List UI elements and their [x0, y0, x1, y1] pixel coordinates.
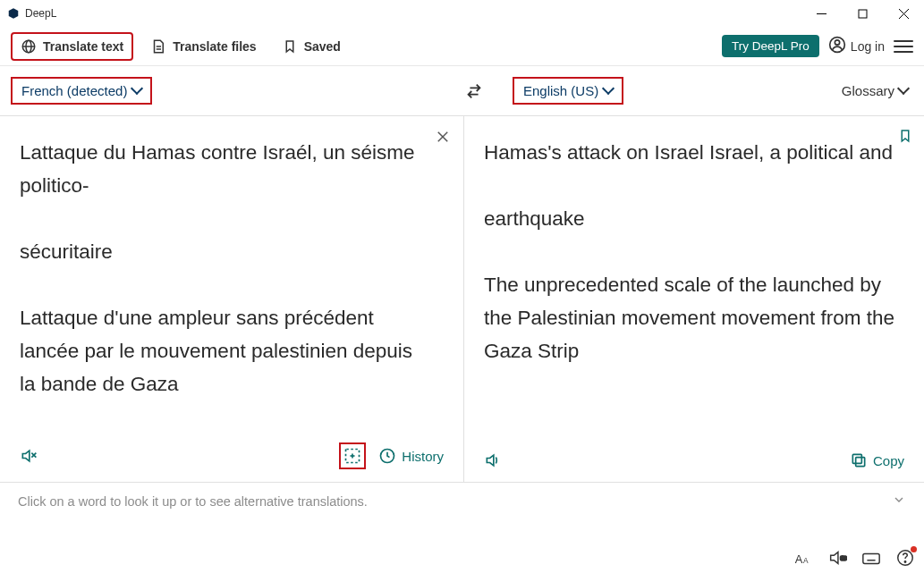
- hint-bar: Click on a word to look it up or to see …: [0, 482, 924, 519]
- svg-point-11: [835, 40, 839, 45]
- window-controls: [801, 0, 924, 27]
- file-icon: [150, 38, 166, 55]
- history-label: History: [402, 449, 444, 464]
- svg-text:A: A: [795, 552, 803, 566]
- globe-icon: [21, 38, 37, 55]
- translation-panels: Lattaque du Hamas contre Israél, un séis…: [0, 115, 924, 482]
- window-title: DeepL: [25, 7, 56, 20]
- tab-translate-files[interactable]: Translate files: [142, 34, 264, 59]
- svg-text:A: A: [803, 557, 809, 565]
- glossary-label: Glossary: [842, 83, 894, 98]
- chevron-down-icon: [132, 83, 141, 98]
- svg-rect-20: [856, 458, 865, 467]
- minimize-button[interactable]: [801, 0, 842, 27]
- target-text-area[interactable]: Hamas's attack on Israel Israel, a polit…: [484, 136, 895, 367]
- target-language-label: English (US): [523, 83, 598, 98]
- target-panel: Hamas's attack on Israel Israel, a polit…: [464, 116, 924, 482]
- tab-label: Saved: [304, 39, 341, 54]
- top-tabs-row: Translate text Translate files Saved Try…: [0, 27, 924, 66]
- tab-label: Translate text: [43, 39, 123, 54]
- window-titlebar: DeepL: [0, 0, 924, 27]
- try-pro-button[interactable]: Try DeepL Pro: [722, 35, 819, 57]
- clear-source-button[interactable]: [435, 129, 451, 148]
- login-label: Log in: [851, 39, 885, 54]
- close-window-button[interactable]: [883, 0, 924, 27]
- target-panel-footer: Copy: [484, 451, 904, 469]
- menu-icon[interactable]: [894, 37, 913, 56]
- speed-button[interactable]: 1x: [827, 548, 847, 568]
- help-button[interactable]: [895, 548, 915, 568]
- maximize-button[interactable]: [842, 0, 883, 27]
- tab-saved[interactable]: Saved: [274, 34, 349, 59]
- glossary-button[interactable]: Glossary: [842, 83, 913, 98]
- user-icon: [828, 36, 846, 56]
- tab-label: Translate files: [173, 39, 256, 54]
- target-language-select[interactable]: English (US): [513, 77, 623, 105]
- hint-text: Click on a word to look it up or to see …: [18, 494, 368, 509]
- mute-source-button[interactable]: [20, 447, 38, 465]
- notification-dot-icon: [911, 546, 917, 552]
- chevron-down-icon: [899, 83, 908, 98]
- bookmark-icon: [282, 38, 298, 55]
- speak-target-button[interactable]: [484, 451, 502, 469]
- font-size-button[interactable]: AA: [793, 548, 813, 568]
- source-panel: Lattaque du Hamas contre Israél, un séis…: [0, 116, 464, 482]
- tab-translate-text[interactable]: Translate text: [11, 32, 133, 61]
- source-language-label: French (detected): [21, 83, 127, 98]
- swap-languages-button[interactable]: [462, 81, 486, 101]
- history-button[interactable]: History: [378, 447, 444, 465]
- language-row: French (detected) English (US) Glossary: [0, 66, 924, 115]
- screenshot-translate-button[interactable]: [339, 442, 366, 469]
- copy-label: Copy: [873, 453, 904, 468]
- source-panel-footer: History: [20, 442, 444, 469]
- svg-rect-21: [852, 454, 861, 463]
- save-translation-button[interactable]: [897, 127, 913, 148]
- source-language-select[interactable]: French (detected): [11, 77, 152, 105]
- collapse-hint-button[interactable]: [892, 493, 906, 510]
- keyboard-button[interactable]: [861, 548, 881, 568]
- source-text-area[interactable]: Lattaque du Hamas contre Israél, un séis…: [20, 136, 431, 400]
- copy-button[interactable]: Copy: [850, 451, 904, 469]
- app-logo-icon: [7, 7, 20, 20]
- svg-rect-26: [863, 553, 879, 563]
- svg-text:1x: 1x: [841, 555, 846, 560]
- svg-point-33: [904, 561, 905, 562]
- chevron-down-icon: [604, 83, 613, 98]
- login-button[interactable]: Log in: [828, 36, 885, 56]
- svg-marker-0: [9, 8, 19, 19]
- svg-rect-2: [859, 10, 867, 18]
- status-bar: AA 1x: [793, 548, 915, 568]
